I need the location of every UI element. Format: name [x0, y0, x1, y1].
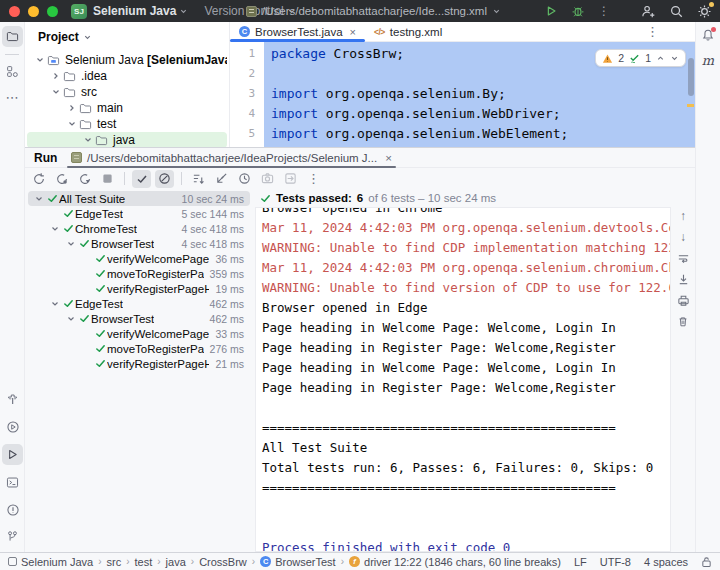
sort-alphabetically-button[interactable]	[189, 170, 208, 188]
zoom-window-button[interactable]	[47, 6, 58, 17]
code-with-me-button[interactable]	[641, 4, 656, 19]
print-button[interactable]	[675, 293, 691, 307]
test-tree-item[interactable]: EdgeTest5 sec 144 ms	[28, 206, 250, 221]
next-problem-button[interactable]	[670, 54, 679, 63]
stop-button[interactable]	[98, 170, 117, 188]
test-tree-item[interactable]: ChromeTest4 sec 418 ms	[28, 221, 250, 236]
build-tool-button[interactable]	[2, 390, 23, 409]
tab-browsertest-java[interactable]: C BrowserTest.java ×	[230, 22, 365, 41]
terminal-tool-button[interactable]	[2, 473, 23, 492]
project-widget[interactable]: Selenium Java	[93, 4, 176, 18]
test-passed-icon	[45, 193, 59, 204]
warning-stripe-mark[interactable]	[687, 104, 694, 107]
editor-tab-options-button[interactable]: ⋮	[646, 24, 659, 39]
close-window-button[interactable]	[9, 6, 20, 17]
test-tree-item[interactable]: BrowserTest462 ms	[28, 311, 250, 326]
settings-button[interactable]	[697, 4, 712, 19]
import-test-results-button[interactable]	[281, 170, 300, 188]
indent-widget[interactable]: 4 spaces	[644, 556, 688, 568]
test-duration: 4 sec 418 ms	[176, 238, 244, 250]
project-tree-item-.idea[interactable]: .idea	[27, 68, 227, 84]
breadcrumb-item-test[interactable]: test	[135, 556, 153, 568]
console-line: Page heading in Welcome Page: Welcome, L…	[262, 318, 670, 338]
chevron-down-icon	[492, 7, 501, 16]
test-tree-item[interactable]: verifyRegisterPageHeading (1)21 ms	[28, 356, 250, 371]
project-tool-button[interactable]	[2, 26, 23, 47]
test-tree-item[interactable]: All Test Suite10 sec 24 ms	[28, 191, 250, 206]
prev-problem-button[interactable]	[656, 54, 665, 63]
close-tab-icon[interactable]: ×	[350, 26, 356, 38]
project-tree-item-test[interactable]: test	[27, 116, 227, 132]
more-tool-windows-button[interactable]: ⋯	[2, 88, 23, 107]
inspection-widget[interactable]: 2 1	[595, 49, 686, 67]
test-tree-item[interactable]: EdgeTest462 ms	[28, 296, 250, 311]
tab-testng-xml[interactable]: </> testng.xml	[365, 22, 451, 41]
breadcrumb-item-src[interactable]: src	[107, 556, 122, 568]
run-tool-button[interactable]	[2, 444, 23, 465]
clear-console-button[interactable]	[675, 314, 691, 328]
breadcrumb-item-selenium-java[interactable]: Selenium Java	[8, 556, 93, 568]
more-run-actions-button[interactable]: ⋮	[598, 5, 610, 17]
project-tree-item-selenium java[interactable]: Selenium Java [SeleniumJava] ~/IdeaProje	[27, 52, 227, 68]
soft-wrap-button[interactable]	[675, 251, 691, 265]
chevron-down-icon	[48, 224, 61, 234]
rerun-button[interactable]	[29, 170, 48, 188]
run-tab[interactable]: /Users/debomitabhattacharjee/IdeaProject…	[67, 148, 396, 167]
scroll-to-end-button[interactable]	[675, 272, 691, 286]
project-panel-header[interactable]: Project	[25, 22, 229, 44]
test-tree-item[interactable]: moveToRegisterPage (1)276 ms	[28, 341, 250, 356]
window-controls	[9, 6, 58, 17]
show-passed-toggle[interactable]	[132, 170, 151, 188]
summary-detail: of 6 tests – 10 sec 24 ms	[368, 192, 496, 204]
test-tree-item[interactable]: verifyWelcomePageHeading36 ms	[28, 251, 250, 266]
problems-tool-button[interactable]	[2, 500, 23, 519]
line-number: 4	[230, 104, 264, 124]
encoding-widget[interactable]: UTF-8	[600, 556, 631, 568]
lock-icon[interactable]	[701, 556, 712, 568]
tree-item-label: .idea	[81, 69, 107, 83]
search-everywhere-button[interactable]	[669, 4, 684, 19]
structure-tool-button[interactable]	[2, 62, 23, 81]
notifications-button[interactable]	[701, 28, 715, 42]
snapshot-button[interactable]	[258, 170, 277, 188]
project-tree-item-main[interactable]: main	[27, 100, 227, 116]
test-tree-item[interactable]: verifyWelcomePageHeading (1)33 ms	[28, 326, 250, 341]
run-button[interactable]	[544, 4, 558, 18]
editor-scrollbar[interactable]	[688, 58, 694, 96]
caret-position-widget[interactable]: 12:22 (1846 chars, 60 line breaks)	[394, 556, 561, 568]
rerun-failed-button[interactable]	[52, 170, 71, 188]
test-name: verifyRegisterPageHeading	[107, 283, 209, 295]
sort-by-duration-button[interactable]	[212, 170, 231, 188]
run-configuration-widget[interactable]: /Users/debomitabhattacharjee/Ide...stng.…	[246, 0, 501, 22]
breadcrumb-item-driver[interactable]: fdriver	[349, 556, 392, 568]
toggle-auto-test-button[interactable]	[75, 170, 94, 188]
divider	[181, 172, 182, 185]
summary-label: Tests passed:	[276, 192, 352, 204]
services-tool-button[interactable]	[2, 417, 23, 436]
git-tool-button[interactable]	[2, 527, 23, 546]
scroll-up-button[interactable]: ↑	[675, 209, 691, 223]
title-bar: SJ Selenium Java Version control /Users/…	[0, 0, 720, 22]
run-toolbar-more-button[interactable]: ⋮	[304, 170, 323, 188]
test-passed-icon	[61, 208, 75, 219]
console[interactable]: Browser opened in ChromeMar 11, 2024 4:4…	[255, 207, 671, 552]
test-history-button[interactable]	[235, 170, 254, 188]
breadcrumb-item-browsertest[interactable]: CBrowserTest	[260, 556, 336, 568]
close-run-tab-icon[interactable]: ×	[385, 152, 392, 164]
show-ignored-toggle[interactable]	[155, 170, 174, 188]
maven-tool-button[interactable]: m	[702, 53, 714, 68]
minimize-window-button[interactable]	[28, 6, 39, 17]
test-passed-icon	[77, 313, 91, 324]
project-tree-item-java[interactable]: java	[27, 132, 227, 147]
code-area[interactable]: 1package CrossBrw;23import org.openqa.se…	[230, 42, 695, 147]
scroll-down-button[interactable]: ↓	[675, 230, 691, 244]
test-tree-item[interactable]: verifyRegisterPageHeading19 ms	[28, 281, 250, 296]
line-separator-widget[interactable]: LF	[574, 556, 587, 568]
test-tree-item[interactable]: BrowserTest4 sec 418 ms	[28, 236, 250, 251]
project-tree-item-src[interactable]: src	[27, 84, 227, 100]
breadcrumb-item-java[interactable]: java	[166, 556, 186, 568]
breadcrumb-item-crossbrw[interactable]: CrossBrw	[199, 556, 247, 568]
debug-button[interactable]	[571, 4, 585, 18]
test-tree-item[interactable]: moveToRegisterPage359 ms	[28, 266, 250, 281]
testng-config-icon	[246, 6, 257, 17]
